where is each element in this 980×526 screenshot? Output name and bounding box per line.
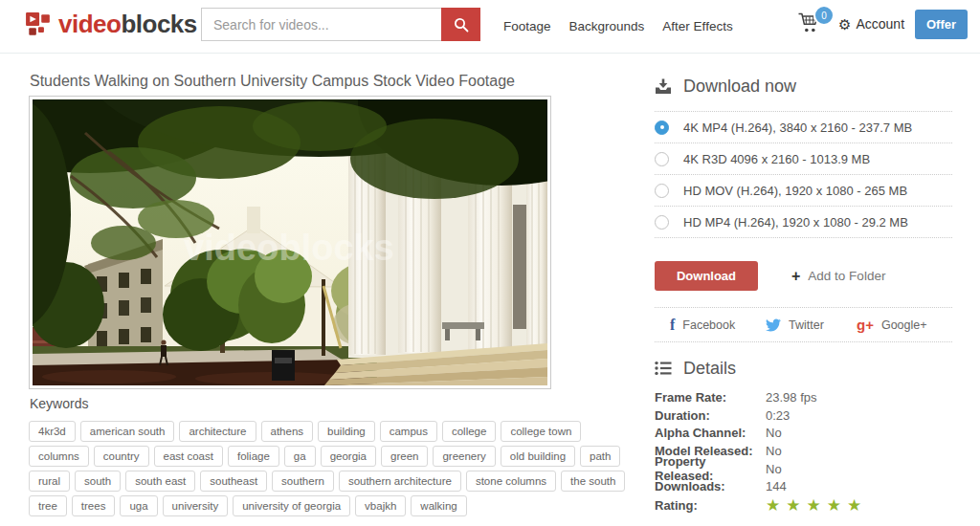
keyword-tag[interactable]: athens [261,421,314,442]
add-to-folder-button[interactable]: + Add to Folder [791,269,885,284]
keyword-tag[interactable]: university of georgia [233,495,350,516]
keyword-tag[interactable]: building [318,421,375,442]
download-option-label: 4K R3D 4096 x 2160 - 1013.9 MB [683,152,870,166]
keyword-tag[interactable]: the south [561,471,625,492]
keyword-tag[interactable]: greenery [433,446,495,467]
twitter-icon [766,318,781,332]
cart-button[interactable]: 0 [797,11,826,40]
detail-row: Duration: 0:23 [655,406,952,425]
detail-value: No [766,462,782,476]
rating-row: Rating: ★★★★★ [655,497,952,514]
videoblocks-logo[interactable]: videoblocks [25,10,197,39]
rating-stars[interactable]: ★★★★★ [766,497,861,514]
keyword-tag[interactable]: east coast [154,446,223,467]
detail-row: Downloads: 144 [655,477,952,495]
divider [655,341,952,342]
keyword-tag[interactable]: ga [284,446,316,467]
keyword-tag[interactable]: stone columns [466,471,556,492]
download-option[interactable]: 4K MP4 (H.264), 3840 x 2160 - 237.7 MB [655,112,952,143]
rating-label: Rating: [655,498,766,513]
keyword-tag[interactable]: columns [29,446,89,467]
account-label: Account [856,16,904,32]
nav-item[interactable]: Backgrounds [569,19,645,33]
download-option[interactable]: 4K R3D 4096 x 2160 - 1013.9 MB [655,143,952,175]
keyword-tag[interactable]: south east [125,471,195,492]
plus-icon: + [791,269,800,284]
twitter-share-button[interactable]: Twitter [766,318,824,332]
keyword-tag[interactable]: path [580,446,620,467]
download-now-heading: Download now [655,75,952,98]
logo-text-blocks: blocks [121,10,196,38]
keyword-tag[interactable]: college [442,421,496,442]
keyword-tag[interactable]: old building [501,446,575,467]
radio-button[interactable] [655,121,669,135]
facebook-share-button[interactable]: f Facebook [670,317,735,334]
keyword-tag[interactable]: green [381,446,428,467]
facebook-icon: f [670,317,675,334]
download-option[interactable]: HD MOV (H.264), 1920 x 1080 - 265 MB [655,175,952,207]
keywords-label: Keywords [30,396,88,411]
keyword-tag[interactable]: 4kr3d [29,421,76,442]
star-icon: ★ [847,497,861,514]
download-option-label: 4K MP4 (H.264), 3840 x 2160 - 237.7 MB [683,121,912,135]
detail-value: No [766,444,782,458]
keyword-tag[interactable]: trees [72,495,116,516]
detail-value: 23.98 fps [766,390,817,405]
keyword-tag[interactable]: architecture [179,421,256,442]
detail-label: Duration: [655,408,766,423]
sidebar: Download now 4K MP4 (H.264), 3840 x 2160… [655,67,952,514]
radio-button[interactable] [655,152,669,166]
logo-text-video: video [58,10,121,38]
keyword-tag[interactable]: south [75,471,121,492]
keyword-tag[interactable]: southern [272,471,334,492]
detail-value: 144 [766,479,787,493]
download-button[interactable]: Download [655,261,758,291]
gear-icon: ⚙ [838,17,851,32]
download-options: 4K MP4 (H.264), 3840 x 2160 - 237.7 MB 4… [655,111,952,238]
watermark-text: videoblocks [184,228,394,268]
nav-item[interactable]: Footage [503,19,551,33]
keyword-tag[interactable]: southeast [200,471,267,492]
keyword-tag[interactable]: foliage [228,446,279,467]
keyword-tag[interactable]: southern architecture [339,471,461,492]
keyword-tag[interactable]: georgia [321,446,376,467]
video-preview-image: videoblocks [33,99,547,385]
download-option-label: HD MOV (H.264), 1920 x 1080 - 265 MB [683,184,907,198]
cart-count-badge: 0 [813,5,835,26]
search-button[interactable] [441,8,480,41]
detail-label: Frame Rate: [655,390,766,405]
keyword-tag[interactable]: college town [501,421,581,442]
keyword-tag[interactable]: university [163,495,229,516]
radio-button[interactable] [655,184,669,198]
keyword-tag[interactable]: american south [80,421,175,442]
detail-row: Frame Rate: 23.98 fps [655,388,952,406]
page-title: Students Walking on Southern University … [30,73,515,90]
star-icon: ★ [807,497,821,514]
keyword-tag[interactable]: tree [29,495,67,516]
download-option[interactable]: HD MP4 (H.264), 1920 x 1080 - 29.2 MB [655,207,952,238]
keyword-tag[interactable]: walking [411,495,466,516]
social-share-row: f Facebook Twitter g+ Google+ [655,308,952,341]
keyword-tag[interactable]: country [94,446,149,467]
trash-can [272,350,295,381]
detail-label: Alpha Channel: [655,426,766,440]
radio-button[interactable] [655,215,669,230]
keyword-tag[interactable]: uga [120,495,157,516]
video-preview-frame[interactable]: videoblocks [29,96,551,389]
keyword-tag[interactable]: rural [29,471,70,492]
main-nav: FootageBackgroundsAfter Effects [503,0,733,53]
star-icon: ★ [766,497,780,514]
star-icon: ★ [786,497,800,514]
header: videoblocks FootageBackgroundsAfter Effe… [0,0,980,54]
details-table: Frame Rate: 23.98 fps Duration: 0:23 Alp… [655,388,952,495]
keyword-tag[interactable]: vbajkh [355,495,406,516]
keyword-tag[interactable]: campus [380,421,437,442]
nav-item[interactable]: After Effects [662,19,732,33]
account-button[interactable]: ⚙ Account [838,16,904,32]
detail-row: Property Released: No [655,460,952,478]
search-input[interactable] [201,8,441,41]
googleplus-icon: g+ [857,317,874,333]
offer-button[interactable]: Offer [915,10,968,39]
details-list-icon [655,361,672,376]
googleplus-share-button[interactable]: g+ Google+ [857,317,927,333]
